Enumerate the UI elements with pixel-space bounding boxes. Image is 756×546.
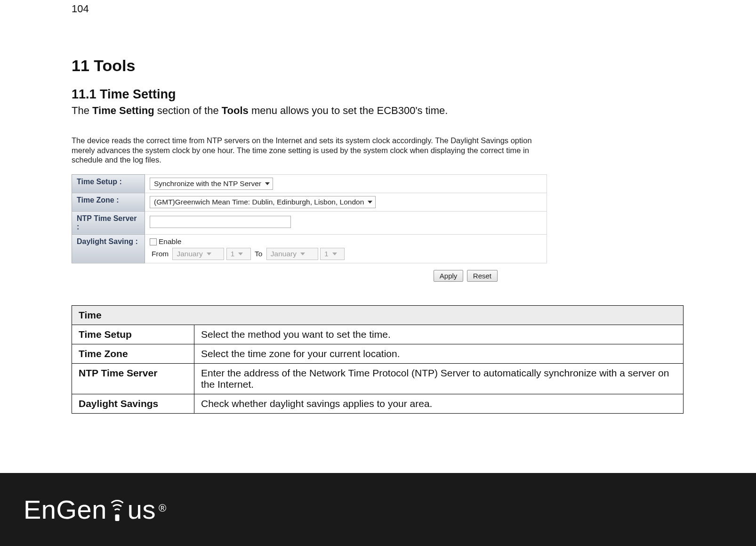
footer: EnGen us® bbox=[0, 473, 756, 546]
table-val: Enter the address of the Network Time Pr… bbox=[194, 363, 684, 394]
label-time-zone: Time Zone : bbox=[72, 193, 145, 211]
wifi-icon bbox=[108, 501, 127, 525]
from-label: From bbox=[152, 250, 169, 258]
from-day-select[interactable]: 1 bbox=[226, 248, 251, 260]
main-content: 11 Tools 11.1 Time Setting The Time Sett… bbox=[72, 57, 684, 414]
chevron-down-icon bbox=[265, 182, 270, 185]
row-time-setup: Time Setup : Synchronize with the NTP Se… bbox=[72, 174, 547, 193]
time-zone-select[interactable]: (GMT)Greenwich Mean Time: Dublin, Edinbu… bbox=[150, 196, 376, 208]
to-day-select[interactable]: 1 bbox=[320, 248, 345, 260]
table-val: Check whether daylight savings applies t… bbox=[194, 394, 684, 413]
table-val: Select the time zone for your current lo… bbox=[194, 344, 684, 363]
table-header-row: Time bbox=[72, 305, 684, 325]
to-month-select[interactable]: January bbox=[266, 248, 318, 260]
from-day-value: 1 bbox=[231, 250, 235, 258]
table-val: Select the method you want to set the ti… bbox=[194, 325, 684, 344]
to-month-value: January bbox=[271, 250, 297, 258]
time-setup-value: Synchronize with the NTP Server bbox=[154, 179, 261, 188]
apply-button[interactable]: Apply bbox=[434, 270, 464, 282]
intro-paragraph: The Time Setting section of the Tools me… bbox=[72, 105, 684, 117]
label-ntp-server: NTP Time Server : bbox=[72, 211, 145, 234]
intro-bold-1: Time Setting bbox=[92, 105, 154, 116]
daylight-enable-checkbox[interactable] bbox=[150, 238, 157, 245]
time-zone-value: (GMT)Greenwich Mean Time: Dublin, Edinbu… bbox=[154, 198, 364, 206]
heading-tools: 11 Tools bbox=[72, 57, 684, 75]
chevron-down-icon bbox=[238, 253, 243, 255]
table-key: Daylight Savings bbox=[72, 394, 194, 413]
to-day-value: 1 bbox=[324, 250, 329, 258]
time-description-table: Time Time Setup Select the method you wa… bbox=[72, 305, 684, 414]
row-ntp-server: NTP Time Server : bbox=[72, 211, 547, 234]
time-setup-select[interactable]: Synchronize with the NTP Server bbox=[150, 178, 273, 190]
page-number: 104 bbox=[72, 3, 89, 15]
intro-text: section of the bbox=[154, 105, 222, 116]
table-row: Daylight Savings Check whether daylight … bbox=[72, 394, 684, 413]
chevron-down-icon bbox=[332, 253, 337, 255]
registered-mark: ® bbox=[159, 502, 167, 514]
form-buttons: Apply Reset bbox=[72, 270, 547, 282]
chevron-down-icon bbox=[300, 253, 305, 255]
intro-bold-2: Tools bbox=[222, 105, 249, 116]
brand-right: us bbox=[128, 494, 156, 525]
from-month-select[interactable]: January bbox=[172, 248, 224, 260]
brand-logo: EnGen us® bbox=[24, 494, 167, 525]
chevron-down-icon bbox=[207, 253, 211, 255]
reset-button[interactable]: Reset bbox=[467, 270, 498, 282]
row-time-zone: Time Zone : (GMT)Greenwich Mean Time: Du… bbox=[72, 193, 547, 211]
label-time-setup: Time Setup : bbox=[72, 174, 145, 193]
intro-text: The bbox=[72, 105, 92, 116]
settings-form-table: Time Setup : Synchronize with the NTP Se… bbox=[72, 174, 547, 263]
table-row: Time Setup Select the method you want to… bbox=[72, 325, 684, 344]
to-label: To bbox=[255, 250, 262, 258]
ntp-server-input[interactable] bbox=[150, 216, 291, 228]
settings-screenshot: The device reads the correct time from N… bbox=[72, 136, 547, 282]
table-key: NTP Time Server bbox=[72, 363, 194, 394]
intro-text: menu allows you to set the ECB300's time… bbox=[249, 105, 448, 116]
table-header: Time bbox=[72, 305, 684, 325]
label-daylight-saving: Daylight Saving : bbox=[72, 234, 145, 263]
daylight-enable-label: Enable bbox=[159, 237, 181, 245]
table-key: Time Zone bbox=[72, 344, 194, 363]
brand-left: EnGen bbox=[24, 494, 107, 525]
table-row: NTP Time Server Enter the address of the… bbox=[72, 363, 684, 394]
table-key: Time Setup bbox=[72, 325, 194, 344]
chevron-down-icon bbox=[368, 201, 372, 204]
settings-description: The device reads the correct time from N… bbox=[72, 136, 538, 165]
heading-time-setting: 11.1 Time Setting bbox=[72, 87, 684, 102]
from-month-value: January bbox=[177, 250, 202, 258]
row-daylight-saving: Daylight Saving : Enable From January bbox=[72, 234, 547, 263]
table-row: Time Zone Select the time zone for your … bbox=[72, 344, 684, 363]
